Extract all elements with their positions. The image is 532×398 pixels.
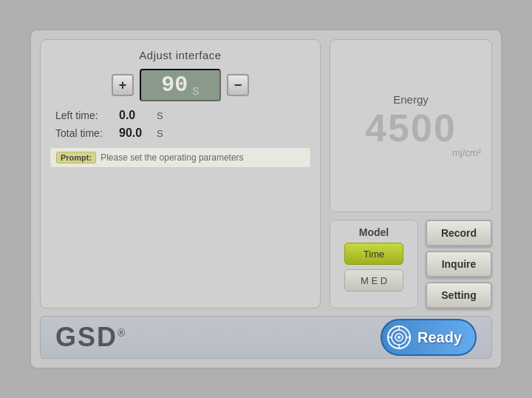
svg-point-3 [398,336,400,339]
energy-unit: mj/cm² [452,147,481,158]
left-time-label: Left time: [55,109,115,121]
total-time-label: Total time: [55,127,115,139]
main-container: Adjust interface + 90 S − Left time: 0.0… [30,29,502,369]
adjust-title: Adjust interface [50,49,311,61]
action-buttons: Record Inquire Setting [426,220,492,308]
counter-value: 90 [161,72,188,98]
bottom-bar: GSD® Ready [40,316,492,359]
model-panel: Model Time M E D [330,220,418,308]
counter-row: + 90 S − [50,69,311,101]
prompt-label: Prompt: [56,152,96,163]
ready-text: Ready [417,329,462,346]
top-section: Adjust interface + 90 S − Left time: 0.0… [40,39,492,308]
energy-panel: Energy 4500 mj/cm² [330,39,492,212]
setting-button[interactable]: Setting [426,282,492,308]
inquire-button[interactable]: Inquire [426,251,492,277]
increment-button[interactable]: + [112,74,134,96]
counter-display: 90 S [140,69,221,101]
left-time-value: 0.0 [119,109,152,122]
total-time-value: 90.0 [119,127,152,140]
counter-unit: S [192,85,199,100]
model-med-button[interactable]: M E D [344,269,403,291]
total-time-unit: S [157,128,163,139]
adjust-panel: Adjust interface + 90 S − Left time: 0.0… [40,39,321,308]
model-buttons-row: Model Time M E D Record Inquire Setting [330,220,492,308]
logo-reg: ® [117,327,126,339]
left-time-row: Left time: 0.0 S [55,109,305,122]
ready-badge[interactable]: Ready [381,319,477,356]
decrement-button[interactable]: − [227,74,249,96]
prompt-text: Please set the operating parameters [100,152,243,163]
left-time-unit: S [157,110,163,121]
total-time-row: Total time: 90.0 S [55,127,305,140]
energy-value: 4500 [365,109,457,147]
prompt-bar: Prompt: Please set the operating paramet… [50,147,311,168]
logo: GSD® [55,322,126,353]
right-panel: Energy 4500 mj/cm² Model Time M E D Reco… [330,39,492,308]
target-icon [386,325,412,350]
model-time-button[interactable]: Time [344,243,403,265]
record-button[interactable]: Record [426,220,492,246]
model-title: Model [359,226,389,238]
time-info: Left time: 0.0 S Total time: 90.0 S [50,109,311,140]
energy-title: Energy [341,93,481,106]
